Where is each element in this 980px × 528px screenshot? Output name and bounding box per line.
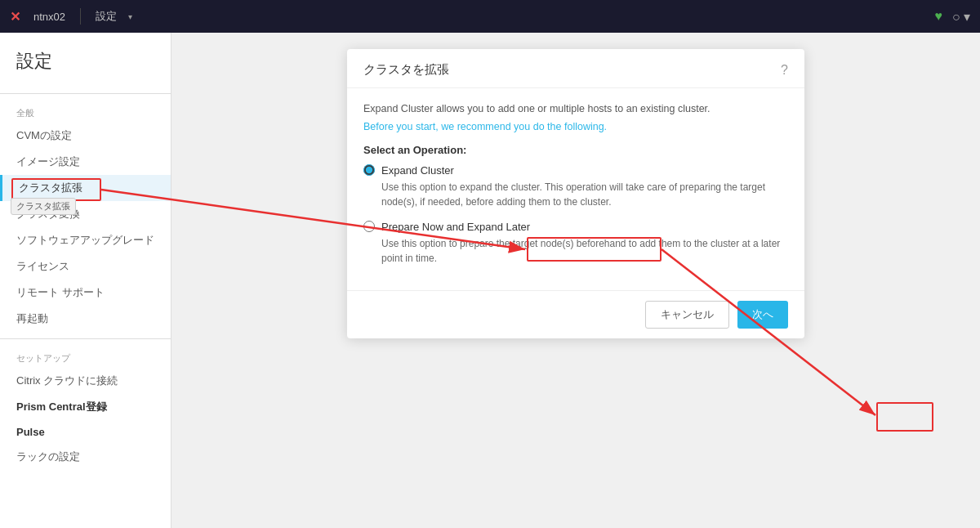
dialog-description: Expand Cluster allows you to add one or … xyxy=(363,101,788,117)
sidebar-divider-top xyxy=(0,93,171,94)
sidebar-item-remote-support[interactable]: リモート サポート xyxy=(0,280,171,306)
dialog-title: クラスタを拡張 xyxy=(363,62,449,78)
sidebar-divider-mid xyxy=(0,338,171,339)
radio-prepare-desc: Use this option to prepare the target no… xyxy=(381,236,788,266)
navbar-dropdown-icon[interactable]: ▾ xyxy=(128,12,132,21)
radio-expand-label[interactable]: Expand Cluster xyxy=(363,164,788,177)
navbar-divider xyxy=(80,8,81,25)
navbar-settings-title: 設定 xyxy=(96,9,117,24)
dialog-help-icon[interactable]: ? xyxy=(781,63,788,78)
dialog-operation-label: Select an Operation: xyxy=(363,144,788,156)
sidebar-item-license[interactable]: ライセンス xyxy=(0,253,171,280)
radio-expand-desc: Use this option to expand the cluster. T… xyxy=(381,180,788,209)
sidebar-item-image[interactable]: イメージ設定 xyxy=(0,149,171,175)
settings-icon[interactable]: ○ ▾ xyxy=(952,9,970,25)
navbar-icons: ♥ ○ ▾ xyxy=(934,9,970,25)
sidebar-tooltip: クラスタ拡張 xyxy=(11,198,76,215)
cancel-button[interactable]: キャンセル xyxy=(645,301,729,329)
sidebar: 設定 全般 CVMの設定 イメージ設定 クラスタ拡張 クラスタ拡張 クラスタ変換… xyxy=(0,33,172,528)
dialog-body: Expand Cluster allows you to add one or … xyxy=(347,88,804,290)
sidebar-item-rack[interactable]: ラックの設定 xyxy=(0,444,171,470)
dialog-header: クラスタを拡張 ? xyxy=(347,49,804,88)
page-title: 設定 xyxy=(0,49,171,87)
sidebar-item-cvm[interactable]: CVMの設定 xyxy=(0,123,171,149)
content-area: クラスタを拡張 ? Expand Cluster allows you to a… xyxy=(172,33,980,528)
app-logo-icon: ✕ xyxy=(10,9,20,25)
dialog-link[interactable]: Before you start, we recommend you do th… xyxy=(363,121,607,132)
radio-option-expand: Expand Cluster Use this option to expand… xyxy=(363,164,788,209)
sidebar-item-citrix[interactable]: Citrix クラウドに接続 xyxy=(0,368,171,394)
radio-prepare-text: Prepare Now and Expand Later xyxy=(381,221,530,233)
main-layout: 設定 全般 CVMの設定 イメージ設定 クラスタ拡張 クラスタ拡張 クラスタ変換… xyxy=(0,33,980,528)
sidebar-section-setup-label: セットアップ xyxy=(0,346,171,368)
sidebar-item-pulse[interactable]: Pulse xyxy=(0,420,171,444)
dialog-footer: キャンセル 次へ xyxy=(347,290,804,338)
radio-option-prepare: Prepare Now and Expand Later Use this op… xyxy=(363,221,788,266)
radio-prepare-label[interactable]: Prepare Now and Expand Later xyxy=(363,221,788,233)
navbar: ✕ ntnx02 設定 ▾ ♥ ○ ▾ xyxy=(0,0,980,33)
sidebar-item-prism-central[interactable]: Prism Central登録 xyxy=(0,394,171,420)
cluster-name: ntnx02 xyxy=(33,11,65,23)
radio-expand-text: Expand Cluster xyxy=(381,164,454,177)
expand-cluster-dialog: クラスタを拡張 ? Expand Cluster allows you to a… xyxy=(347,49,804,338)
next-button[interactable]: 次へ xyxy=(737,301,788,329)
health-icon[interactable]: ♥ xyxy=(934,9,942,24)
sidebar-item-software-upgrade[interactable]: ソフトウェアアップグレード xyxy=(0,227,171,253)
radio-expand-input[interactable] xyxy=(363,164,375,176)
sidebar-item-cluster-expand[interactable]: クラスタ拡張 クラスタ拡張 xyxy=(0,175,171,201)
sidebar-item-restart[interactable]: 再起動 xyxy=(0,306,171,332)
radio-prepare-input[interactable] xyxy=(363,221,375,232)
sidebar-section-general-label: 全般 xyxy=(0,101,171,123)
